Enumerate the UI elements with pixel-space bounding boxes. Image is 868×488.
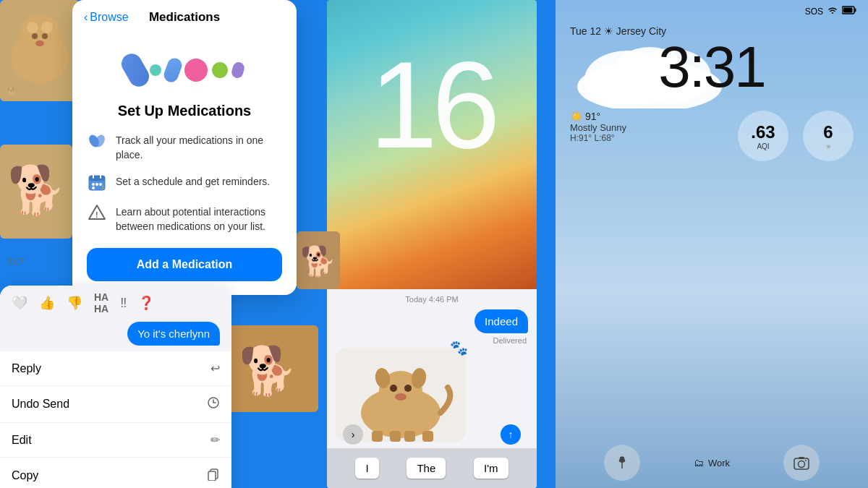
chat-bubble: Yo it's cherlynn (127, 322, 220, 346)
msg-keyboard-bar: I The I'm (327, 448, 537, 488)
med-heading: Set Up Medications (87, 103, 282, 119)
aqi-number: .63 (751, 122, 775, 142)
exclamation-reaction[interactable]: ‼️ (120, 296, 127, 311)
msg-delivered-status: Delivered (327, 336, 537, 345)
med-feature-schedule: ! Set a schedule and get reminders. (87, 172, 282, 192)
svg-rect-47 (390, 431, 401, 442)
med-nav-back[interactable]: ‹ Browse (84, 11, 129, 24)
dog-bottom-mid-left: 🐕 (224, 325, 318, 412)
undo-send-label: Undo Send (12, 398, 69, 411)
time-indicator: 3:07 (7, 257, 24, 267)
msg-expand-button[interactable]: › (343, 424, 363, 445)
svg-rect-56 (843, 8, 853, 13)
sun-icon: ☀️ (570, 111, 582, 122)
lock-bottom-bar: 🗂 Work (556, 445, 868, 481)
lock-weather-info: ☀️ 91° Mostly Sunny H:91° L:68° (570, 111, 723, 143)
med-feature-interactions: ! Learn about potential interactions bet… (87, 202, 282, 234)
svg-rect-49 (422, 431, 433, 442)
chevron-left-icon: ‹ (84, 11, 88, 24)
reply-label: Reply (12, 362, 41, 375)
context-edit[interactable]: Edit ✏ (0, 423, 231, 458)
thumbsup-reaction[interactable]: 👍 (39, 295, 55, 311)
svg-rect-59 (799, 457, 804, 459)
svg-point-7 (35, 40, 44, 46)
dog-top-left: 🐕 (0, 0, 80, 101)
undo-icon (207, 396, 220, 412)
pills-icon (87, 131, 107, 151)
reply-icon: ↩ (210, 361, 220, 375)
add-medication-button[interactable]: Add a Medication (87, 248, 282, 281)
svg-point-44 (404, 385, 412, 392)
svg-text:!: ! (95, 210, 98, 219)
thumbsdown-reaction[interactable]: 👎 (67, 295, 82, 311)
ios-wallpaper-number: 16 (327, 43, 537, 166)
svg-point-58 (798, 461, 804, 468)
med-feature-track: Track all your medications in one place. (87, 131, 282, 162)
dog-mid-left: 🐕 (0, 145, 72, 239)
svg-point-45 (395, 393, 407, 401)
svg-text:!: ! (102, 184, 103, 191)
question-reaction[interactable]: ❓ (138, 295, 154, 311)
svg-point-28 (95, 183, 98, 186)
svg-point-27 (92, 183, 95, 186)
context-reply[interactable]: Reply ↩ (0, 351, 231, 386)
svg-point-6 (42, 33, 48, 39)
lock-weather-section: ☀️ 91° Mostly Sunny H:91° L:68° .63 AQI … (556, 96, 868, 161)
lock-camera-button[interactable] (783, 445, 820, 481)
svg-text:🐕: 🐕 (7, 162, 67, 218)
feature-track-text: Track all your medications in one place. (116, 131, 282, 162)
lock-work-label[interactable]: 🗂 Work (694, 457, 730, 468)
haha-reaction[interactable]: HAHA (94, 291, 109, 314)
context-copy[interactable]: Copy (0, 458, 231, 488)
svg-rect-36 (208, 471, 216, 481)
feature-interactions-text: Learn about potential interactions betwe… (116, 202, 282, 234)
context-undo-send[interactable]: Undo Send (0, 386, 231, 423)
edit-label: Edit (12, 434, 32, 447)
keyboard-suggestion-the[interactable]: The (407, 458, 446, 479)
msg-sent-bubble: Indeed (475, 309, 528, 333)
lock-widget-aqi: .63 AQI (738, 111, 788, 161)
lock-carrier: SOS (805, 7, 823, 17)
aqi-label: AQI (757, 142, 769, 150)
pill-blue-large-icon (118, 50, 153, 90)
feature-schedule-text: Set a schedule and get reminders. (116, 172, 270, 189)
heart-reaction[interactable]: 🤍 (12, 295, 27, 311)
pill-purple-icon (230, 61, 245, 79)
messages-panel: 🤍 👍 👎 HAHA ‼️ ❓ Yo it's cherlynn Reply ↩… (0, 286, 231, 488)
med-features: Track all your medications in one place.… (72, 131, 297, 234)
med-nav: ‹ Browse Medications (72, 0, 297, 30)
med-icons (72, 45, 297, 95)
msg-timestamp: Today 4:46 PM (327, 289, 537, 307)
msg-sent-container: Indeed (327, 307, 537, 336)
context-menu: Reply ↩ Undo Send Edit ✏ Copy Translate … (0, 351, 231, 488)
svg-rect-46 (372, 431, 383, 442)
lock-condition: Mostly Sunny (570, 122, 723, 133)
svg-rect-48 (404, 431, 415, 442)
keyboard-suggestion-i[interactable]: I (355, 458, 378, 479)
lock-status-bar: SOS (556, 0, 868, 20)
pill-pink-icon (184, 59, 208, 82)
lock-battery-icon (842, 6, 856, 17)
keyboard-suggestion-im[interactable]: I'm (474, 458, 509, 479)
msg-send-button[interactable]: ↑ (501, 424, 521, 445)
pill-green-icon (212, 62, 228, 78)
svg-point-3 (27, 22, 38, 33)
star-icon: ★ (825, 142, 832, 150)
copy-icon (207, 468, 220, 484)
briefcase-icon: 🗂 (694, 457, 704, 468)
medications-panel: ‹ Browse Medications Set Up Medications … (72, 0, 297, 295)
lock-flashlight-button[interactable] (604, 445, 640, 481)
lock-date-text: Tue 12 ☀ Jersey City (570, 25, 666, 37)
lock-work-text: Work (708, 458, 730, 468)
chat-bubble-area: Yo it's cherlynn (0, 317, 231, 351)
svg-rect-55 (855, 9, 856, 12)
back-label[interactable]: Browse (90, 11, 128, 24)
lock-wifi-icon (827, 6, 838, 17)
lock-high: H:91° (570, 133, 592, 143)
svg-point-60 (805, 460, 807, 461)
med-nav-title: Medications (149, 10, 220, 25)
chat-reactions-bar: 🤍 👍 👎 HAHA ‼️ ❓ (0, 286, 231, 317)
calendar-icon: ! (87, 172, 107, 192)
svg-rect-24 (89, 176, 105, 181)
small-dog-emoji: 🐾 (450, 339, 472, 357)
